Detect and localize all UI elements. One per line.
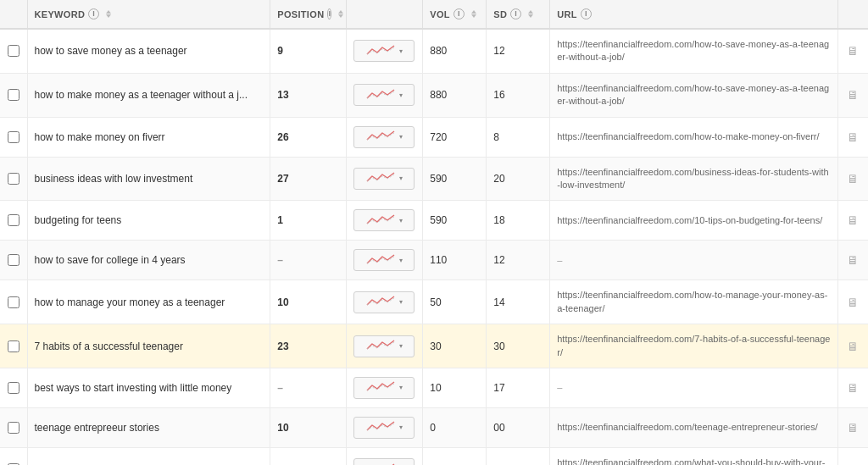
monitor-cell[interactable]: 🖥 <box>837 73 868 117</box>
monitor-cell[interactable]: 🖥 <box>837 324 868 368</box>
monitor-icon[interactable]: 🖥 <box>845 253 862 267</box>
table-row: how to save money as a teenager 9 ▾ 880 … <box>0 29 868 73</box>
sd-value: 18 <box>493 214 504 226</box>
monitor-icon[interactable]: 🖥 <box>845 213 862 227</box>
row-checkbox[interactable] <box>8 45 19 57</box>
trend-dropdown-arrow: ▾ <box>399 342 403 350</box>
row-checkbox-cell <box>0 157 27 201</box>
trend-button[interactable]: ▾ <box>353 458 415 465</box>
url-header-label: URL <box>557 9 577 19</box>
row-checkbox-cell <box>0 29 27 73</box>
monitor-icon[interactable]: 🖥 <box>845 340 862 353</box>
keyword-header[interactable]: KEYWORD i <box>27 0 270 29</box>
keyword-cell: budgeting for teens <box>27 201 270 241</box>
sd-info-icon[interactable]: i <box>510 8 521 19</box>
position-header[interactable]: POSITION i <box>270 0 347 29</box>
monitor-icon[interactable]: 🖥 <box>845 381 862 395</box>
trend-button[interactable]: ▾ <box>353 249 415 271</box>
url-value: https://teenfinancialfreedom.com/how-to-… <box>557 83 829 106</box>
monitor-cell[interactable]: 🖥 <box>837 201 868 241</box>
monitor-cell[interactable]: 🖥 <box>837 29 868 73</box>
trend-button[interactable]: ▾ <box>353 84 415 106</box>
keyword-value: business ideas with low investment <box>35 173 193 185</box>
row-checkbox[interactable] <box>8 89 19 101</box>
url-value: https://teenfinancialfreedom.com/teenage… <box>557 422 818 432</box>
sd-sort[interactable] <box>528 10 533 18</box>
trend-dropdown-arrow: ▾ <box>399 47 403 55</box>
row-checkbox[interactable] <box>8 214 19 226</box>
trend-cell[interactable]: ▾ <box>347 324 423 368</box>
monitor-icon[interactable]: 🖥 <box>845 130 862 144</box>
vol-header[interactable]: VOL i <box>423 0 487 29</box>
trend-cell[interactable]: ▾ <box>347 280 423 324</box>
monitor-cell[interactable]: 🖥 <box>837 157 868 201</box>
row-checkbox[interactable] <box>8 173 19 185</box>
monitor-icon[interactable]: 🖥 <box>845 296 862 309</box>
trend-cell[interactable]: ▾ <box>347 368 423 407</box>
trend-button[interactable]: ▾ <box>353 417 415 439</box>
monitor-cell[interactable]: 🖥 <box>837 407 868 447</box>
keyword-info-icon[interactable]: i <box>88 8 99 19</box>
trend-cell[interactable]: ▾ <box>347 73 423 117</box>
sd-value: 12 <box>493 254 504 266</box>
monitor-cell[interactable]: 🖥 <box>837 117 868 157</box>
vol-info-icon[interactable]: i <box>453 8 465 19</box>
row-checkbox-cell <box>0 241 27 280</box>
position-sort[interactable] <box>338 10 343 18</box>
trend-cell[interactable]: ▾ <box>347 241 423 280</box>
monitor-cell[interactable]: 🖥 <box>837 241 868 280</box>
url-info-icon[interactable]: i <box>581 8 592 19</box>
position-info-icon[interactable]: i <box>327 8 331 19</box>
sd-cell: 17 <box>487 368 550 407</box>
row-checkbox-cell <box>0 368 27 407</box>
trend-chart-icon <box>365 212 396 230</box>
monitor-cell[interactable]: 🖥 <box>837 368 868 407</box>
trend-button[interactable]: ▾ <box>353 209 415 231</box>
monitor-icon[interactable]: 🖥 <box>845 172 862 185</box>
trend-chart-icon <box>365 86 396 104</box>
trend-chart-icon <box>365 337 396 355</box>
vol-cell: 590 <box>423 157 487 201</box>
table-row: how to make money on fiverr 26 ▾ 720 8 h… <box>0 117 868 157</box>
row-checkbox[interactable] <box>8 382 19 394</box>
monitor-icon[interactable]: 🖥 <box>845 44 862 58</box>
row-checkbox[interactable] <box>8 422 19 434</box>
vol-header-label: VOL <box>430 9 450 19</box>
table-row: how to save for college in 4 years – ▾ 1… <box>0 241 868 280</box>
trend-cell[interactable]: ▾ <box>347 447 423 465</box>
row-checkbox[interactable] <box>8 340 19 352</box>
trend-cell[interactable]: ▾ <box>347 407 423 447</box>
url-value: https://teenfinancialfreedom.com/what-yo… <box>557 457 825 465</box>
row-checkbox[interactable] <box>8 131 19 143</box>
vol-value: 880 <box>430 45 447 57</box>
trend-button[interactable]: ▾ <box>353 291 415 313</box>
table-row: teenage entrepreeur stories 10 ▾ 0 00 ht… <box>0 407 868 447</box>
row-checkbox[interactable] <box>8 254 19 266</box>
trend-cell[interactable]: ▾ <box>347 29 423 73</box>
monitor-cell[interactable]: 🖥 <box>837 280 868 324</box>
monitor-icon[interactable]: 🖥 <box>845 88 862 102</box>
trend-button[interactable]: ▾ <box>353 40 415 62</box>
trend-cell[interactable]: ▾ <box>347 157 423 201</box>
keyword-sort[interactable] <box>106 10 111 18</box>
position-value: 26 <box>277 131 288 143</box>
trend-cell[interactable]: ▾ <box>347 201 423 241</box>
sd-value: 14 <box>493 296 504 308</box>
vol-sort[interactable] <box>471 10 476 18</box>
sd-cell: 12 <box>487 29 550 73</box>
sd-cell: 00 <box>487 447 550 465</box>
monitor-icon[interactable]: 🖥 <box>845 421 862 435</box>
position-value: – <box>277 254 283 266</box>
trend-dropdown-arrow: ▾ <box>399 423 403 431</box>
trend-button[interactable]: ▾ <box>353 377 415 399</box>
sd-value: 00 <box>493 422 504 434</box>
trend-button[interactable]: ▾ <box>353 126 415 148</box>
trend-cell[interactable]: ▾ <box>347 117 423 157</box>
trend-button[interactable]: ▾ <box>353 168 415 190</box>
trend-button[interactable]: ▾ <box>353 335 415 357</box>
row-checkbox[interactable] <box>8 296 19 308</box>
row-checkbox-cell <box>0 280 27 324</box>
url-cell: https://teenfinancialfreedom.com/busines… <box>550 157 837 201</box>
monitor-cell[interactable]: 🖥 <box>837 447 868 465</box>
sd-header[interactable]: SD i <box>487 0 550 29</box>
